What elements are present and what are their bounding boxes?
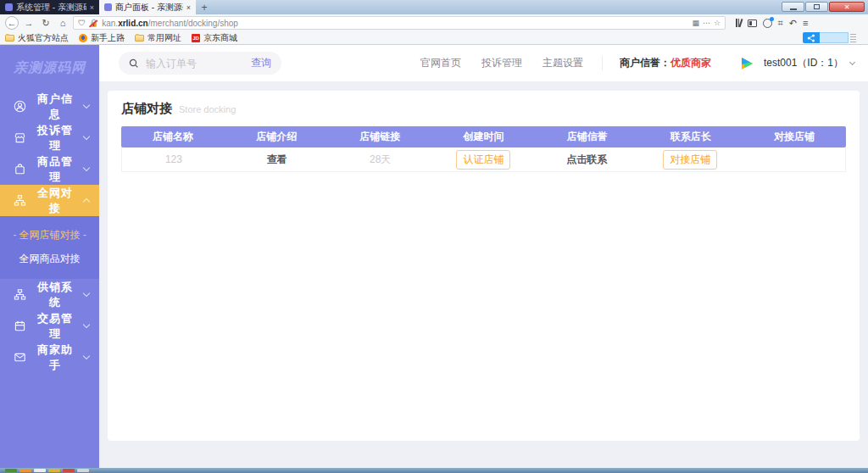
sidebar-toggle-icon[interactable] [748, 19, 757, 27]
extension-input[interactable] [820, 32, 849, 43]
taskbar-app-icon[interactable] [19, 469, 31, 472]
tab-favicon [104, 3, 112, 11]
search-icon [129, 58, 139, 69]
nav-official-home[interactable]: 官网首页 [420, 56, 461, 70]
jd-icon: JD [192, 34, 200, 42]
user-circle-icon [14, 100, 26, 113]
restore-session-icon[interactable]: ↶ [789, 18, 797, 29]
table-row: 123 查看 28天 认证店铺 点击联系 对接店铺 [121, 147, 846, 172]
taskbar-app-icon[interactable] [34, 469, 46, 472]
certified-shop-button[interactable]: 认证店铺 [456, 150, 510, 170]
library-icon[interactable] [736, 19, 742, 27]
chevron-up-icon [83, 198, 90, 205]
submenu-item-shop-docking[interactable]: - 全网店铺对接 - [0, 223, 99, 247]
page-actions-icon[interactable]: ⋯ [703, 19, 710, 27]
tab-close-icon[interactable]: × [186, 3, 191, 12]
url-bar[interactable]: 🛡 🔒 kan.xrlid.cn/merchant/docking/shop ▦… [73, 16, 726, 30]
sidebar-item-trade-mgmt[interactable]: 交易管理 [0, 310, 99, 342]
sitemap-icon [14, 288, 26, 301]
nav-theme-settings[interactable]: 主题设置 [542, 56, 583, 70]
dock-shop-button[interactable]: 对接店铺 [663, 150, 717, 170]
sidebar-item-label: 商家助手 [36, 342, 74, 373]
sidebar-item-label: 供销系统 [36, 280, 74, 310]
netdisk-extension-widget[interactable] [803, 32, 856, 43]
col-shop-intro: 店铺介绍 [225, 130, 328, 144]
shop-docking-table: 店铺名称 店铺介绍 店铺链接 创建时间 店铺信誉 联系店长 对接店铺 123 查… [121, 126, 846, 172]
sidebar-item-network-docking[interactable]: 全网对接 [0, 185, 99, 216]
firefox-icon [79, 34, 87, 42]
bookmark-star-icon[interactable]: ☆ [714, 19, 721, 27]
taskbar-app-icon[interactable] [63, 469, 75, 472]
restore-button[interactable] [805, 2, 828, 12]
reputation-label: 商户信誉： [620, 56, 670, 70]
chevron-down-icon [849, 59, 855, 65]
avatar [735, 53, 757, 75]
folder-icon [135, 35, 144, 42]
merchant-reputation: 商户信誉： 优质商家 [602, 56, 711, 70]
qr-scan-icon[interactable]: ▦ [692, 19, 699, 27]
bookmark-label: 火狐官方站点 [18, 32, 69, 44]
back-button[interactable]: ← [5, 16, 19, 30]
shopping-bag-icon [14, 163, 26, 175]
tab-merchant-panel[interactable]: 商户面板 - 亲测源码网 www.q × [99, 0, 196, 14]
restore-icon [814, 4, 820, 9]
bookmark-getting-started[interactable]: 新手上路 [79, 32, 125, 44]
search-button[interactable]: 查询 [251, 56, 271, 70]
sidebar-item-merchant-assistant[interactable]: 商家助手 [0, 342, 99, 373]
bookmark-label: 新手上路 [91, 32, 125, 44]
bookmark-common-sites[interactable]: 常用网址 [135, 32, 181, 44]
page-body: 亲测源码网 商户信息 投诉管理 商品管理 全网对接 [0, 45, 868, 468]
minimize-button[interactable] [782, 2, 804, 12]
user-menu[interactable]: test001（ID：1） [735, 53, 854, 75]
page-subtitle: Store docking [179, 104, 236, 114]
chevron-down-icon [83, 321, 90, 328]
bookmark-jd-mall[interactable]: JD 京东商城 [192, 32, 237, 44]
sidebar-item-label: 商品管理 [36, 154, 74, 185]
sidebar-submenu: - 全网店铺对接 - 全网商品对接 [0, 216, 99, 279]
start-orb[interactable] [5, 469, 17, 472]
cell-certify: 认证店铺 [432, 150, 536, 170]
sidebar-item-complaint-mgmt[interactable]: 投诉管理 [0, 122, 99, 153]
url-text[interactable]: kan.xrlid.cn/merchant/docking/shop [102, 19, 688, 28]
page-header: 查询 官网首页 投诉管理 主题设置 商户信誉： 优质商家 [99, 45, 868, 81]
windows-taskbar[interactable] [0, 468, 868, 473]
close-button[interactable]: ✕ [829, 2, 865, 12]
chevron-down-icon [83, 102, 90, 109]
bookmark-firefox-official[interactable]: 火狐官方站点 [5, 32, 69, 44]
reload-button[interactable]: ↻ [39, 18, 53, 29]
insecure-lock-icon: 🔒 [89, 19, 98, 27]
sidebar-item-supply-system[interactable]: 供销系统 [0, 279, 99, 310]
sitemap-icon [14, 194, 26, 207]
cell-contact[interactable]: 点击联系 [535, 153, 638, 167]
taskbar-app-icon[interactable] [77, 469, 89, 472]
sidebar-item-label: 商户信息 [36, 92, 74, 122]
nav-complaint-mgmt[interactable]: 投诉管理 [481, 56, 522, 70]
new-tab-button[interactable]: + [196, 0, 213, 14]
tab-system-admin[interactable]: 系统管理 - 亲测源码网 www.q × [0, 0, 99, 14]
sidebar-item-product-mgmt[interactable]: 商品管理 [0, 153, 99, 185]
screenshot-icon[interactable]: ⌗ [778, 18, 783, 29]
sidebar: 亲测源码网 商户信息 投诉管理 商品管理 全网对接 [0, 45, 99, 468]
bookmark-label: 常用网址 [147, 32, 181, 44]
search-input[interactable] [146, 58, 244, 70]
cell-shop-link: 28天 [329, 153, 432, 167]
sidebar-item-merchant-info[interactable]: 商户信息 [0, 91, 99, 122]
forward-button[interactable]: → [22, 18, 36, 28]
order-search: 查询 [119, 52, 281, 75]
home-button[interactable]: ⌂ [56, 18, 70, 28]
hamburger-menu-icon[interactable]: ≡ [803, 18, 808, 28]
minimize-icon [790, 8, 797, 10]
submenu-item-product-docking[interactable]: 全网商品对接 [0, 247, 99, 270]
share-icon[interactable] [803, 32, 820, 43]
header-right: 官网首页 投诉管理 主题设置 商户信誉： 优质商家 test001（ID：1） [420, 53, 854, 75]
tab-close-icon[interactable]: × [90, 3, 94, 12]
cell-view-link[interactable]: 查看 [225, 153, 329, 167]
tracking-shield-icon[interactable]: 🛡 [78, 19, 86, 27]
taskbar-app-icon[interactable] [48, 469, 60, 472]
account-icon[interactable] [763, 19, 772, 28]
col-dock-shop: 对接店铺 [743, 130, 846, 144]
main-area: 查询 官网首页 投诉管理 主题设置 商户信誉： 优质商家 [99, 45, 868, 468]
col-contact-owner: 联系店长 [639, 130, 743, 144]
sidebar-item-label: 交易管理 [36, 311, 74, 342]
cell-dock: 对接店铺 [638, 150, 742, 170]
